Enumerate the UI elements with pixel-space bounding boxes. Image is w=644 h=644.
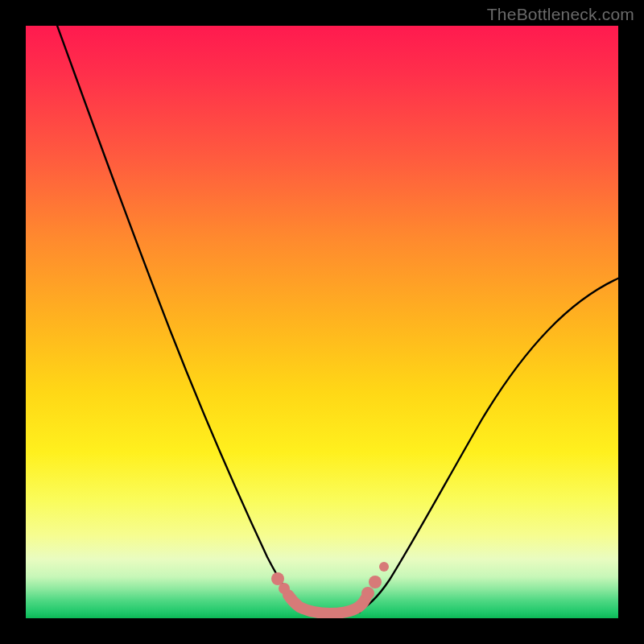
watermark-text: TheBottleneck.com <box>487 5 634 24</box>
curve-layer <box>26 26 618 618</box>
marker-dot-right-2 <box>369 576 382 588</box>
marker-dot-right-3 <box>379 562 389 572</box>
chart-stage: TheBottleneck.com <box>0 0 644 644</box>
bottleneck-curve-left <box>53 26 317 613</box>
marker-dot-right-1 <box>361 587 374 600</box>
plot-area <box>26 26 618 618</box>
valley-marker-stroke <box>288 595 365 613</box>
bottleneck-curve-right <box>356 277 618 612</box>
marker-dot-left-2 <box>279 583 290 594</box>
